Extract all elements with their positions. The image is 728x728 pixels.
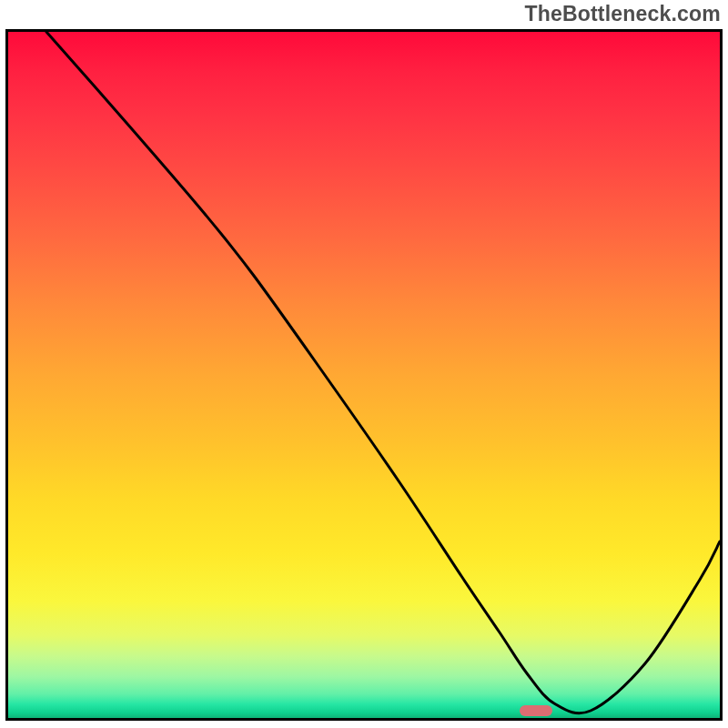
sweet-spot-marker [520,705,552,716]
plot-frame [5,29,723,721]
watermark-text: TheBottleneck.com [524,2,721,26]
bottleneck-curve [46,32,720,713]
page-root: TheBottleneck.com [0,0,728,728]
curve-svg [8,32,720,718]
